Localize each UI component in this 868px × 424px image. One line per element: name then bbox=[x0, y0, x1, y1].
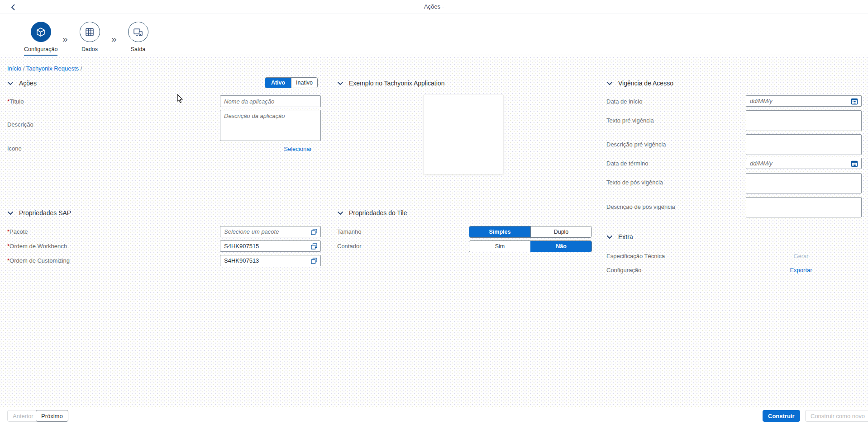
status-toggle: Ativo Inativo bbox=[265, 77, 318, 88]
step-circle-configuracao bbox=[31, 22, 51, 42]
step-circle-saida bbox=[128, 22, 148, 42]
contador-option-sim[interactable]: Sim bbox=[469, 241, 530, 252]
field-label-data-inicio: Data de início bbox=[606, 98, 643, 105]
section-title: Vigência de Acesso bbox=[618, 80, 673, 87]
construir-button[interactable]: Construir bbox=[763, 410, 800, 422]
calendar-icon[interactable] bbox=[849, 96, 860, 107]
section-header-propriedades-tile[interactable]: Propriedades do Tile bbox=[337, 209, 407, 217]
field-label-pacote: *Pacote bbox=[7, 228, 28, 235]
chevron-down-icon bbox=[337, 81, 343, 85]
wizard-step-configuracao[interactable]: Configuração bbox=[24, 22, 57, 56]
descricao-pos-vigencia-textarea[interactable] bbox=[746, 197, 862, 217]
construir-como-novo-button: Construir como novo bbox=[805, 410, 868, 422]
contador-segmented: Sim Não bbox=[469, 240, 592, 252]
tamanho-segmented: Simples Duplo bbox=[469, 226, 592, 238]
texto-pre-vigencia-textarea[interactable] bbox=[746, 110, 862, 131]
descricao-pre-vigencia-textarea[interactable] bbox=[746, 134, 862, 155]
gerar-link: Gerar bbox=[776, 253, 826, 259]
titulo-input[interactable] bbox=[220, 95, 321, 107]
pacote-input[interactable] bbox=[220, 226, 321, 237]
contador-option-nao[interactable]: Não bbox=[530, 241, 591, 252]
field-label-contador: Contador bbox=[337, 243, 361, 250]
selecionar-icone-link[interactable]: Selecionar bbox=[281, 146, 315, 152]
calendar-icon[interactable] bbox=[849, 158, 860, 169]
field-label-ordem-customizing: *Ordem de Customizing bbox=[7, 257, 70, 264]
step-separator-icon: » bbox=[62, 33, 67, 44]
chevron-down-icon bbox=[7, 81, 14, 85]
footer-bar: Anterior Próximo Construir Construir com… bbox=[0, 407, 868, 424]
exportar-link[interactable]: Exportar bbox=[776, 267, 826, 273]
field-label-titulo: *Titulo bbox=[7, 98, 24, 105]
tile-preview-box bbox=[423, 94, 504, 174]
toggle-option-inativo[interactable]: Inativo bbox=[291, 78, 317, 88]
section-header-vigencia[interactable]: Vigência de Acesso bbox=[606, 80, 673, 87]
step-label: Configuração bbox=[24, 46, 57, 52]
tamanho-option-duplo[interactable]: Duplo bbox=[530, 226, 591, 237]
grid-icon bbox=[85, 27, 95, 37]
step-label: Saída bbox=[131, 46, 146, 52]
data-termino-input[interactable] bbox=[746, 158, 862, 169]
section-header-propriedades-sap[interactable]: Propriedades SAP bbox=[7, 209, 71, 217]
data-inicio-input[interactable] bbox=[746, 95, 862, 107]
field-label-texto-pos-vigencia: Texto de pós vigência bbox=[606, 179, 663, 186]
step-label: Dados bbox=[81, 46, 98, 52]
step-separator-icon: » bbox=[111, 33, 115, 44]
field-label-configuracao: Configuração bbox=[606, 267, 641, 273]
field-label-descricao: Descrição bbox=[7, 121, 33, 128]
field-label-icone: Icone bbox=[7, 145, 22, 152]
section-title: Ações bbox=[19, 80, 37, 87]
field-label-texto-pre-vigencia: Texto pré vigência bbox=[606, 117, 654, 124]
field-label-especificacao-tecnica: Especificação Técnica bbox=[606, 253, 665, 259]
step-circle-dados bbox=[80, 22, 100, 42]
field-label-ordem-workbench: *Ordem de Workbench bbox=[7, 243, 67, 250]
breadcrumb-separator: / bbox=[23, 65, 25, 72]
chevron-down-icon bbox=[606, 81, 613, 85]
section-title: Propriedades do Tile bbox=[349, 209, 407, 217]
wizard-step-dados[interactable]: Dados bbox=[75, 22, 105, 56]
field-label-data-termino: Data de término bbox=[606, 160, 649, 167]
chevron-down-icon bbox=[7, 211, 14, 215]
page-title: Ações - bbox=[0, 3, 868, 10]
field-label-tamanho: Tamanho bbox=[337, 228, 361, 235]
wizard-step-saida[interactable]: Saída bbox=[124, 22, 152, 56]
chevron-down-icon bbox=[606, 235, 613, 239]
field-label-descricao-pos-vigencia: Descrição de pós vigência bbox=[606, 203, 675, 210]
ordem-workbench-input[interactable] bbox=[220, 240, 321, 252]
devices-icon bbox=[133, 27, 143, 38]
breadcrumb: Início / Tachyonix Requests / bbox=[7, 65, 82, 72]
texto-pos-vigencia-textarea[interactable] bbox=[746, 173, 862, 193]
section-header-extra[interactable]: Extra bbox=[606, 233, 633, 240]
wizard-bar: Configuração » Dados » bbox=[0, 14, 868, 55]
shell-header: Ações - bbox=[0, 0, 868, 14]
descricao-textarea[interactable] bbox=[220, 110, 321, 141]
tamanho-option-simples[interactable]: Simples bbox=[469, 226, 530, 237]
field-label-descricao-pre-vigencia: Descrição pré vigência bbox=[606, 141, 666, 148]
value-help-icon[interactable] bbox=[309, 226, 320, 237]
breadcrumb-link-inicio[interactable]: Início bbox=[7, 65, 21, 72]
section-title: Exemplo no Tachyonix Application bbox=[349, 80, 444, 87]
proximo-button[interactable]: Próximo bbox=[36, 410, 68, 422]
section-header-exemplo[interactable]: Exemplo no Tachyonix Application bbox=[337, 80, 444, 87]
value-help-icon[interactable] bbox=[309, 255, 320, 266]
cube-icon bbox=[35, 27, 46, 38]
value-help-icon[interactable] bbox=[309, 241, 320, 252]
toggle-option-ativo[interactable]: Ativo bbox=[265, 78, 291, 88]
ordem-customizing-input[interactable] bbox=[220, 255, 321, 266]
section-title: Extra bbox=[618, 233, 633, 240]
breadcrumb-link-tachyonix-requests[interactable]: Tachyonix Requests bbox=[26, 65, 79, 72]
breadcrumb-separator: / bbox=[81, 65, 82, 72]
anterior-button: Anterior bbox=[7, 410, 39, 422]
section-header-acoes[interactable]: Ações bbox=[7, 80, 37, 87]
chevron-down-icon bbox=[337, 211, 343, 215]
acoes-wizard-page: Ações - Configuração » Dados bbox=[0, 0, 868, 424]
section-title: Propriedades SAP bbox=[19, 209, 71, 217]
